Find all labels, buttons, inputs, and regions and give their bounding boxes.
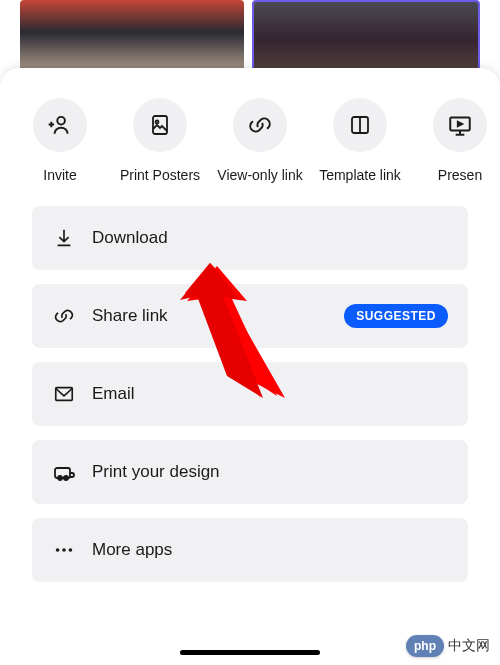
svg-rect-1 — [153, 116, 167, 134]
list-item-label: Email — [92, 384, 448, 404]
print-design-icon — [52, 460, 76, 484]
list-item-label: Download — [92, 228, 448, 248]
more-apps-button[interactable]: More apps — [32, 518, 468, 582]
download-button[interactable]: Download — [32, 206, 468, 270]
share-view-only-link-button[interactable]: View-only link — [210, 98, 310, 186]
more-icon — [52, 538, 76, 562]
share-present-button[interactable]: Presen — [410, 98, 500, 186]
share-item-label: Invite — [43, 166, 76, 186]
suggested-badge: SUGGESTED — [344, 304, 448, 328]
present-icon — [433, 98, 487, 152]
share-item-label: Print Posters — [120, 166, 200, 186]
print-icon — [133, 98, 187, 152]
print-design-button[interactable]: Print your design — [32, 440, 468, 504]
list-item-label: Share link — [92, 306, 344, 326]
email-icon — [52, 382, 76, 406]
watermark: php 中文网 — [406, 635, 490, 657]
list-item-label: More apps — [92, 540, 448, 560]
template-icon — [333, 98, 387, 152]
share-print-posters-button[interactable]: Print Posters — [110, 98, 210, 186]
svg-point-12 — [56, 548, 60, 552]
list-item-label: Print your design — [92, 462, 448, 482]
svg-point-0 — [57, 117, 65, 125]
watermark-text: 中文网 — [448, 637, 490, 655]
share-sheet: Invite Print Posters View-only link — [0, 68, 500, 665]
email-button[interactable]: Email — [32, 362, 468, 426]
svg-rect-8 — [56, 387, 73, 400]
share-item-label: View-only link — [217, 166, 302, 186]
svg-point-13 — [62, 548, 66, 552]
php-badge: php — [406, 635, 444, 657]
action-list: Download Share link SUGGESTED Email — [0, 186, 500, 582]
share-link-icon — [52, 304, 76, 328]
invite-icon — [33, 98, 87, 152]
share-link-button[interactable]: Share link SUGGESTED — [32, 284, 468, 348]
svg-point-14 — [69, 548, 73, 552]
share-options-row: Invite Print Posters View-only link — [0, 98, 500, 186]
share-item-label: Template link — [319, 166, 401, 186]
svg-point-2 — [156, 121, 159, 124]
download-icon — [52, 226, 76, 250]
share-item-label: Presen — [438, 166, 482, 186]
link-icon — [233, 98, 287, 152]
home-indicator[interactable] — [180, 650, 320, 655]
share-template-link-button[interactable]: Template link — [310, 98, 410, 186]
share-invite-button[interactable]: Invite — [10, 98, 110, 186]
